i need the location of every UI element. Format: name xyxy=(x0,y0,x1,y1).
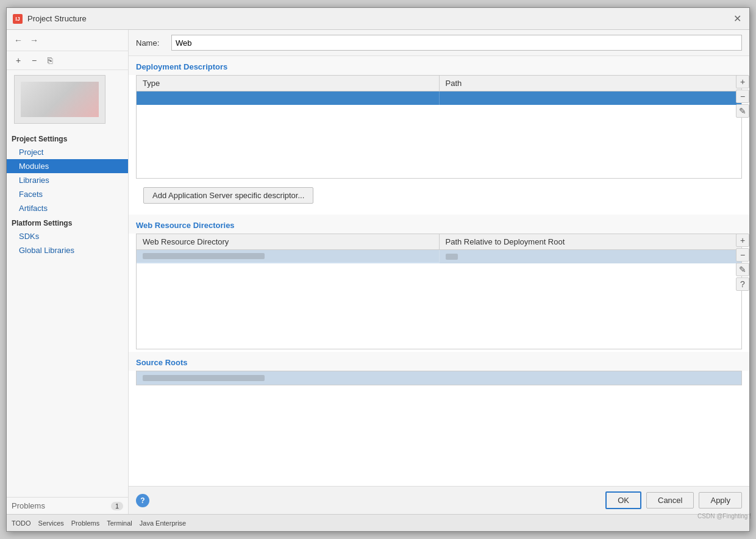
problems-badge: 1 xyxy=(111,502,123,510)
remove-descriptor-btn[interactable]: − xyxy=(736,90,749,103)
deployment-descriptors-header: Deployment Descriptors xyxy=(129,56,749,75)
sidebar-item-modules[interactable]: Modules xyxy=(7,159,128,173)
title-bar: IJ Project Structure ✕ xyxy=(7,8,749,30)
taskbar-terminal[interactable]: Terminal xyxy=(107,519,132,527)
web-resource-directories-header-row: Web Resource Directory Path Relative to … xyxy=(137,234,741,250)
add-web-resource-btn[interactable]: + xyxy=(736,234,749,247)
edit-web-resource-btn[interactable]: ✎ xyxy=(736,263,749,276)
web-resource-dir-cell xyxy=(137,250,440,262)
project-structure-dialog: IJ Project Structure ✕ ← → + − ⎘ Pr xyxy=(6,7,750,532)
web-resource-directories-table: Web Resource Directory Path Relative to … xyxy=(136,234,742,349)
copy-module-button[interactable]: ⎘ xyxy=(43,54,57,67)
source-root-row[interactable] xyxy=(137,371,741,385)
platform-settings-label: Platform Settings xyxy=(7,215,128,229)
web-resource-directories-empty-area xyxy=(137,263,741,349)
sidebar-bottom: Problems 1 xyxy=(7,497,128,514)
taskbar-todo[interactable]: TODO xyxy=(12,519,31,527)
right-toolbar: Name: xyxy=(129,30,749,56)
source-roots-section: Source Roots xyxy=(129,352,749,385)
app-icon: IJ xyxy=(13,14,23,24)
back-button[interactable]: ← xyxy=(12,34,25,47)
taskbar-services[interactable]: Services xyxy=(38,519,64,527)
web-resource-directories-section: Web Resource Directories Web Resource Di… xyxy=(129,215,749,349)
source-roots-header: Source Roots xyxy=(129,352,749,371)
sidebar: ← → + − ⎘ Project Settings Project xyxy=(7,30,129,514)
deployment-descriptor-row[interactable] xyxy=(137,91,741,105)
type-column-header: Type xyxy=(137,76,440,91)
add-module-button[interactable]: + xyxy=(12,54,25,67)
apply-button[interactable]: Apply xyxy=(699,492,742,509)
deployment-descriptors-table: Type Path xyxy=(136,75,742,179)
deployment-descriptors-section: Deployment Descriptors Type Path xyxy=(129,56,749,215)
taskbar-problems[interactable]: Problems xyxy=(71,519,99,527)
module-thumbnail xyxy=(14,75,105,124)
module-preview-area xyxy=(7,70,128,129)
web-resource-path-column-header: Path Relative to Deployment Root xyxy=(440,234,742,249)
sidebar-toolbar: + − ⎘ xyxy=(7,51,128,70)
project-settings-label: Project Settings xyxy=(7,131,128,145)
right-content: Deployment Descriptors Type Path xyxy=(129,56,749,486)
help-web-resource-btn[interactable]: ? xyxy=(736,277,749,291)
descriptor-path-cell xyxy=(440,91,742,105)
right-panel: Name: Deployment Descriptors Type Path xyxy=(129,30,749,514)
main-content: ← → + − ⎘ Project Settings Project xyxy=(7,30,749,514)
web-resource-directory-row[interactable] xyxy=(137,250,741,263)
web-resource-dir-column-header: Web Resource Directory xyxy=(137,234,440,249)
edit-descriptor-btn[interactable]: ✎ xyxy=(736,104,749,118)
sidebar-item-sdks[interactable]: SDKs xyxy=(7,229,128,243)
sidebar-item-artifacts[interactable]: Artifacts xyxy=(7,201,128,215)
name-input[interactable] xyxy=(171,35,742,51)
taskbar-java-enterprise[interactable]: Java Enterprise xyxy=(140,519,186,527)
deployment-descriptors-header-row: Type Path xyxy=(137,76,741,91)
dialog-title: Project Structure xyxy=(27,14,731,23)
source-roots-table xyxy=(136,371,742,385)
name-row: Name: xyxy=(129,30,749,55)
problems-label: Problems xyxy=(12,501,106,510)
sidebar-tree: Project Settings Project Modules Librari… xyxy=(7,129,128,497)
forward-button[interactable]: → xyxy=(27,34,41,47)
ok-button[interactable]: OK xyxy=(605,491,641,509)
dialog-footer: ? OK Cancel Apply xyxy=(129,486,749,514)
sidebar-nav: ← → xyxy=(7,30,128,51)
deployment-descriptors-empty-area xyxy=(137,105,741,178)
sidebar-item-project[interactable]: Project xyxy=(7,145,128,159)
name-label: Name: xyxy=(136,38,166,48)
add-descriptor-btn[interactable]: + xyxy=(736,75,749,88)
path-column-header: Path xyxy=(440,76,742,91)
add-app-server-descriptor-btn[interactable]: Add Application Server specific descript… xyxy=(143,187,313,204)
module-thumbnail-inner xyxy=(21,82,99,117)
cancel-button[interactable]: Cancel xyxy=(646,492,694,509)
web-resource-path-cell xyxy=(440,250,742,263)
remove-module-button[interactable]: − xyxy=(27,54,41,67)
help-button[interactable]: ? xyxy=(136,494,149,507)
web-resource-directories-header: Web Resource Directories xyxy=(129,215,749,234)
sidebar-item-facets[interactable]: Facets xyxy=(7,187,128,201)
close-button[interactable]: ✕ xyxy=(731,13,743,25)
taskbar: TODO Services Problems Terminal Java Ent… xyxy=(7,514,749,531)
sidebar-item-libraries[interactable]: Libraries xyxy=(7,173,128,187)
remove-web-resource-btn[interactable]: − xyxy=(736,248,749,262)
descriptor-type-cell xyxy=(137,91,440,105)
sidebar-item-global-libraries[interactable]: Global Libraries xyxy=(7,243,128,257)
